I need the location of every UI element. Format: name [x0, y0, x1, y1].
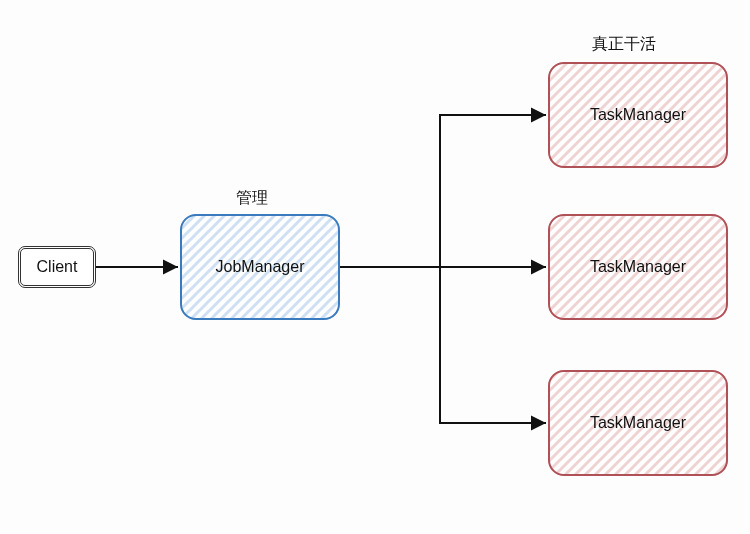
jobmanager-node: JobManager — [180, 214, 340, 320]
taskmanager-node-1: TaskManager — [548, 62, 728, 168]
taskmanager-node-2: TaskManager — [548, 214, 728, 320]
taskmanager-label-1: TaskManager — [590, 106, 686, 124]
jobmanager-annotation: 管理 — [236, 188, 268, 209]
client-node: Client — [18, 246, 96, 288]
taskmanager-label-2: TaskManager — [590, 258, 686, 276]
taskmanager-label-3: TaskManager — [590, 414, 686, 432]
jobmanager-label: JobManager — [216, 258, 305, 276]
client-label: Client — [37, 258, 78, 276]
taskmanager-annotation: 真正干活 — [592, 34, 656, 55]
taskmanager-node-3: TaskManager — [548, 370, 728, 476]
